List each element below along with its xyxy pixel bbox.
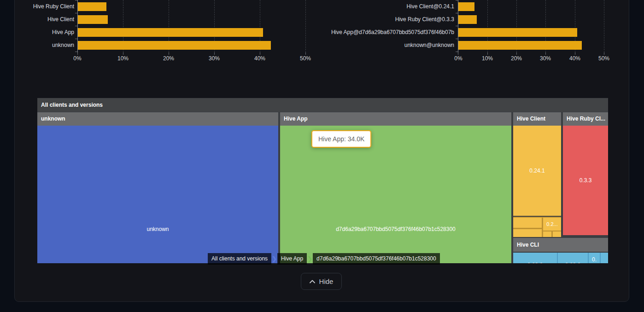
treemap-cell-small[interactable] — [601, 253, 608, 263]
gridline — [604, 0, 604, 52]
page-background: Hive Ruby Client Hive Client Hive App un… — [0, 0, 644, 312]
treemap-cell-0-24-1[interactable]: 0.24.1 — [513, 126, 561, 216]
x-axis-label: 50% — [594, 55, 614, 62]
x-axis-label: 10% — [477, 55, 498, 62]
axis-category-label: Hive Client@0.24.1 — [322, 4, 454, 10]
treemap-section-header-hive-cli[interactable]: Hive CLI — [513, 238, 608, 252]
axis-category-label: unknown@unknown — [322, 42, 454, 48]
breadcrumb-item-hive-app[interactable]: Hive App — [277, 253, 307, 265]
chevron-up-icon — [310, 280, 315, 283]
treemap-subcells-hive-cli: 0.23.0 0.23.0 0. — [513, 253, 608, 263]
breadcrumb-item-version-hash[interactable]: d7d6a29ba6707bbd5075df376f46b07b1c528300 — [313, 253, 440, 265]
bar-hive-client-0-24-1[interactable] — [458, 2, 474, 11]
treemap-breadcrumb: All clients and versions ❯ Hive App ❯ d7… — [208, 253, 440, 265]
treemap-cell-label: 0.3.3 — [580, 177, 592, 184]
treemap-cell-small[interactable] — [513, 218, 542, 228]
treemap-section-header-unknown[interactable]: unknown — [37, 112, 278, 126]
x-axis-tick — [545, 52, 546, 55]
treemap-cell-small[interactable] — [553, 231, 561, 237]
axis-category-label: Hive Ruby Client@0.3.3 — [322, 17, 454, 23]
bar-hive-ruby-client-0-3-3[interactable] — [458, 15, 477, 24]
axis-category-label: Hive App@d7d6a29ba6707bbd5075df376f46b07… — [322, 29, 454, 35]
treemap-root-header[interactable]: All clients and versions — [37, 98, 608, 112]
treemap-subcells-hive-client: 0.2... — [513, 217, 561, 237]
treemap-cell-small[interactable] — [543, 231, 551, 237]
treemap-cell-small[interactable] — [513, 229, 542, 237]
hide-button[interactable]: Hide — [301, 273, 342, 290]
treemap-all-clients-versions: All clients and versions unknown unknown… — [37, 98, 608, 263]
treemap-cell-0-23-0[interactable]: 0.23.0 — [558, 253, 588, 263]
bar-unknown-unknown[interactable] — [458, 41, 582, 50]
treemap-cell-0[interactable]: 0. — [589, 253, 600, 263]
y-axis-tick — [456, 39, 458, 39]
x-axis-tick — [487, 52, 488, 55]
treemap-cell-label: 0.2... — [546, 221, 557, 227]
x-axis-tick — [604, 52, 604, 55]
treemap-section-header-hive-ruby-client[interactable]: Hive Ruby Cl... — [563, 112, 608, 126]
y-axis-tick — [456, 52, 458, 52]
hide-button-label: Hide — [319, 277, 334, 285]
treemap-cell-label: unknown — [37, 226, 278, 232]
treemap-cell-label: 0.23.0 — [513, 262, 557, 263]
treemap-tooltip: Hive App: 34.0K — [311, 130, 371, 148]
treemap-cell-label: 0.23.0 — [558, 262, 588, 263]
treemap-cell-label: d7d6a29ba6707bbd5075df376f46b07b1c528300 — [280, 226, 511, 232]
treemap-section-header-hive-app[interactable]: Hive App — [280, 112, 511, 126]
treemap-cell-0-2[interactable]: 0.2... — [543, 218, 561, 231]
x-axis-tick — [575, 52, 575, 55]
x-axis-label: 20% — [506, 55, 527, 62]
treemap-cell-label: 0.24.1 — [529, 168, 544, 174]
x-axis-tick — [458, 52, 458, 55]
plot-area: 0% 10% 20% 30% 40% 50% — [458, 0, 610, 52]
treemap-cell-0-3-3[interactable]: 0.3.3 — [563, 126, 608, 235]
x-axis-label: 30% — [535, 55, 556, 62]
breadcrumb-item-root[interactable]: All clients and versions — [208, 253, 271, 265]
x-axis-label: 0% — [448, 55, 468, 62]
treemap-cell-0-23-0[interactable]: 0.23.0 — [513, 253, 557, 263]
treemap-cell-unknown[interactable]: unknown — [37, 126, 278, 263]
x-axis-tick — [516, 52, 517, 55]
bar-hive-app-hash[interactable] — [458, 28, 577, 37]
y-axis-tick — [456, 0, 458, 0]
treemap-section-header-hive-client[interactable]: Hive Client — [513, 112, 561, 126]
chevron-right-icon: ❯ — [271, 253, 277, 265]
x-axis-label: 40% — [565, 55, 585, 62]
y-axis-tick — [456, 13, 458, 13]
treemap-cell-label: 0. — [589, 256, 600, 263]
chevron-right-icon: ❯ — [307, 253, 313, 265]
y-axis-tick — [456, 26, 458, 26]
